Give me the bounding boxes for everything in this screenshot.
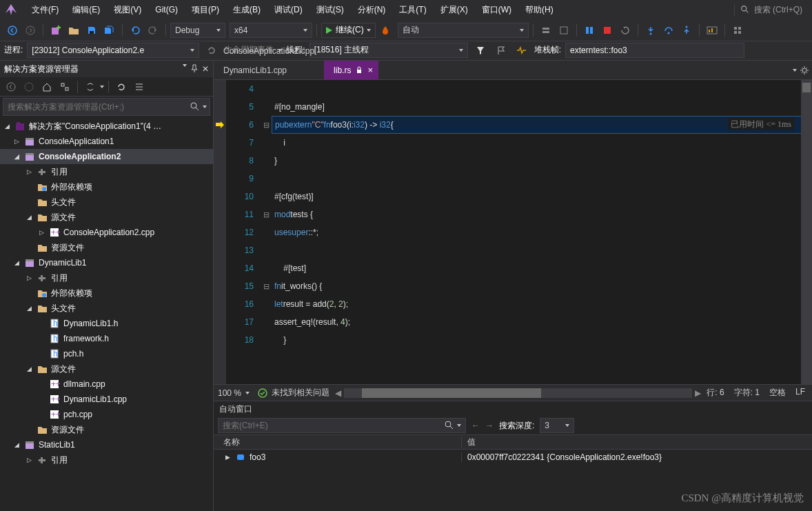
- tree-item[interactable]: 头文件: [0, 194, 213, 210]
- fold-gutter[interactable]: ⊟⊟⊟: [261, 80, 272, 384]
- solution-node[interactable]: ◢ 解决方案"ConsoleApplication1"(4 …: [0, 119, 213, 134]
- tree-item[interactable]: 外部依赖项: [0, 179, 213, 194]
- switch-view-icon[interactable]: [57, 79, 73, 95]
- tree-item[interactable]: ◢源文件: [0, 210, 213, 225]
- undo-icon[interactable]: [127, 22, 143, 39]
- zoom-level[interactable]: 100 %: [218, 388, 241, 398]
- tab[interactable]: DynamicLib1.cpp: [214, 61, 324, 80]
- panel-search-input[interactable]: [8, 102, 190, 112]
- tab-overflow-icon[interactable]: [793, 69, 797, 72]
- menu-item[interactable]: 帮助(H): [518, 2, 560, 17]
- save-all-icon[interactable]: [101, 22, 118, 39]
- menu-item[interactable]: 项目(P): [185, 2, 226, 17]
- autos-search[interactable]: [218, 418, 466, 433]
- step-over-icon[interactable]: [660, 22, 677, 39]
- menu-item[interactable]: 视图(V): [107, 2, 148, 17]
- pin-icon[interactable]: [191, 64, 198, 74]
- global-search[interactable]: 搜索 (Ctrl+Q): [734, 4, 808, 16]
- menu-item[interactable]: 生成(B): [226, 2, 267, 17]
- col-name[interactable]: 名称: [214, 437, 462, 448]
- nav-next-icon[interactable]: →: [485, 421, 494, 430]
- tree-item[interactable]: 外部依赖项: [0, 285, 213, 301]
- misc-icon[interactable]: [729, 22, 746, 39]
- col-value[interactable]: 值: [462, 437, 812, 448]
- menu-item[interactable]: 调试(D): [267, 2, 309, 17]
- tree-item[interactable]: 资源文件: [0, 240, 213, 255]
- table-row[interactable]: ▶ foo3 0x00007ff7c0222341 {ConsoleApplic…: [214, 450, 812, 465]
- menu-item[interactable]: 扩展(X): [434, 2, 475, 17]
- nav-prev-icon[interactable]: ←: [471, 421, 480, 430]
- thread-icon[interactable]: [514, 42, 530, 59]
- step-into-icon[interactable]: [642, 22, 659, 39]
- tree-item[interactable]: hframework.h: [0, 331, 213, 346]
- step-tool2-icon[interactable]: [556, 22, 572, 39]
- vertical-scrollbar[interactable]: [801, 80, 812, 384]
- tab-close-icon[interactable]: ×: [367, 65, 373, 75]
- menu-item[interactable]: 工具(T): [392, 2, 433, 17]
- menu-item[interactable]: 文件(F): [25, 2, 65, 17]
- pause-icon[interactable]: [581, 22, 598, 39]
- tree-item[interactable]: ▷引用: [0, 452, 213, 468]
- caret-line[interactable]: 行: 6: [707, 387, 724, 399]
- pt-back-icon[interactable]: [3, 79, 19, 95]
- gear-icon[interactable]: [800, 66, 809, 75]
- solution-tree[interactable]: ◢ 解决方案"ConsoleApplication1"(4 … ▷Console…: [0, 117, 213, 511]
- step-out-icon[interactable]: [678, 22, 695, 39]
- panel-search[interactable]: [3, 98, 210, 116]
- tab[interactable]: ConsoleApplication2.cpp: [214, 41, 324, 61]
- tree-item[interactable]: ++DynamicLib1.cpp: [0, 392, 213, 407]
- tree-item[interactable]: ++dllmain.cpp: [0, 377, 213, 392]
- process-combo[interactable]: [23012] ConsoleApplication2.e: [27, 43, 199, 58]
- collapse-icon[interactable]: [131, 79, 148, 95]
- autos-search-input[interactable]: [223, 421, 445, 430]
- tree-item[interactable]: 资源文件: [0, 422, 213, 437]
- tree-item[interactable]: ◢StaticLib1: [0, 437, 213, 452]
- filter-icon[interactable]: [472, 42, 489, 59]
- menu-item[interactable]: 编辑(E): [65, 2, 107, 17]
- tree-item[interactable]: ◢源文件: [0, 361, 213, 377]
- issues-text[interactable]: 未找到相关问题: [272, 387, 329, 399]
- tab-active[interactable]: lib.rs ×: [324, 61, 378, 80]
- save-icon[interactable]: [83, 22, 100, 39]
- thread-combo[interactable]: [18516] 主线程: [309, 43, 468, 58]
- menu-item[interactable]: 测试(S): [309, 2, 351, 17]
- platform-combo[interactable]: x64: [230, 23, 312, 38]
- tree-item[interactable]: ◢DynamicLib1: [0, 255, 213, 270]
- stack-combo[interactable]: externtest::foo3: [565, 43, 744, 58]
- tree-item[interactable]: ◢ConsoleApplication2: [0, 149, 213, 164]
- search-opt-icon[interactable]: [457, 424, 461, 427]
- tree-item[interactable]: hDynamicLib1.h: [0, 316, 213, 331]
- search-options-icon[interactable]: [203, 106, 207, 108]
- panel-menu-icon[interactable]: [183, 64, 187, 67]
- indent-mode[interactable]: 空格: [769, 387, 786, 399]
- diag-tool-icon[interactable]: [704, 22, 720, 39]
- continue-button[interactable]: 继续(C): [321, 23, 376, 38]
- depth-combo[interactable]: 3: [540, 418, 574, 433]
- new-item-icon[interactable]: [48, 22, 64, 39]
- tree-item[interactable]: ◢头文件: [0, 301, 213, 316]
- stop-icon[interactable]: [599, 22, 616, 39]
- horizontal-scrollbar[interactable]: ◀▶: [335, 388, 701, 398]
- tree-item[interactable]: ▷引用: [0, 270, 213, 285]
- nav-back-icon[interactable]: [4, 22, 21, 39]
- home-icon[interactable]: [39, 79, 55, 95]
- tree-item[interactable]: ▷引用: [0, 164, 213, 179]
- flag-icon[interactable]: [493, 42, 509, 59]
- menu-item[interactable]: 分析(N): [351, 2, 393, 17]
- step-tool-icon[interactable]: [538, 22, 554, 39]
- refresh-icon[interactable]: [113, 79, 130, 95]
- caret-col[interactable]: 字符: 1: [734, 387, 760, 399]
- hot-reload-icon[interactable]: [377, 22, 394, 39]
- eol-mode[interactable]: LF: [795, 387, 805, 399]
- config-combo[interactable]: Debug: [170, 23, 225, 38]
- tree-item[interactable]: hpch.h: [0, 346, 213, 361]
- sync-icon[interactable]: [82, 79, 99, 95]
- tree-item[interactable]: ++pch.cpp: [0, 407, 213, 422]
- menu-item[interactable]: 窗口(W): [475, 2, 518, 17]
- tree-item[interactable]: ▷ConsoleApplication1: [0, 134, 213, 149]
- tree-item[interactable]: ▷++ConsoleApplication2.cpp: [0, 225, 213, 240]
- run-mode-combo[interactable]: 自动: [398, 23, 529, 38]
- restart-icon[interactable]: [617, 22, 633, 39]
- code-editor[interactable]: 456789101112131415161718 ⊟⊟⊟ #[no_mangle…: [214, 80, 812, 384]
- menu-item[interactable]: Git(G): [148, 2, 185, 17]
